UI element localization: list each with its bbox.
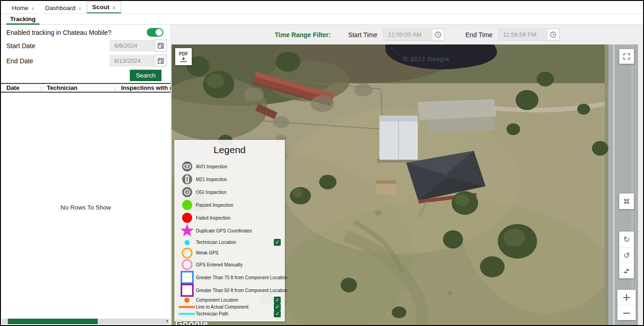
search-button[interactable]: Search — [130, 70, 161, 81]
tilt-view-button[interactable] — [619, 263, 634, 278]
zoom-in-button[interactable]: + — [617, 290, 636, 305]
zoom-out-button[interactable]: − — [617, 305, 636, 320]
legend-item-greater-than-50-ft-from-component-location: Greater Than 50 ft from Component Locati… — [174, 284, 285, 297]
legend-item-ogi-inspection: OGI Inspection — [174, 186, 285, 199]
subtab-bar: Tracking — [1, 14, 643, 25]
legend-items: AVO InspectionM21 InspectionOGI Inspecti… — [174, 160, 285, 317]
legend-item-label: Greater Than 75 ft from Component Locati… — [196, 275, 287, 280]
legend-item-label: Line to Actual Component — [196, 304, 249, 309]
map-area: Time Range Filter: Start Time End Time — [171, 25, 643, 325]
tab-home[interactable]: Homex — [6, 2, 40, 13]
legend-square-icon — [179, 271, 195, 284]
legend-ogi-icon — [179, 186, 195, 198]
legend-avo-icon — [179, 160, 195, 172]
legend-small-dot-icon — [179, 239, 195, 246]
legend-item-line-to-actual-component: Line to Actual Component✓ — [174, 304, 285, 310]
recenter-collapse-button[interactable] — [619, 193, 634, 209]
column-header-technician[interactable]: Technician — [41, 84, 115, 91]
legend-item-component-location: Component Location✓ — [174, 297, 285, 304]
tab-label: Scout — [92, 4, 110, 11]
legend-m21-icon — [179, 173, 195, 185]
tilt-icon — [622, 267, 631, 275]
tab-close-icon[interactable]: x — [79, 6, 82, 11]
tracking-enabled-row: Enabled tracking in Chateau Mobile? — [1, 25, 171, 38]
table-header: DateTechnicianInspections with no — [1, 83, 171, 93]
legend-item-label: M21 Inspection — [196, 177, 227, 182]
end-date-calendar-button[interactable] — [155, 55, 167, 67]
map-copyright-watermark: © 2023 Google — [403, 55, 450, 62]
legend-item-label: Passed Inspection — [196, 203, 233, 208]
column-header-date[interactable]: Date — [1, 84, 41, 91]
legend-title: Legend — [174, 143, 285, 160]
tab-close-icon[interactable]: x — [32, 6, 34, 11]
scrollbar-thumb[interactable] — [8, 319, 98, 324]
main-content: Enabled tracking in Chateau Mobile? Star… — [1, 25, 643, 325]
legend-item-label: Technician Location — [196, 240, 236, 245]
tab-dashboard[interactable]: Dashboardx — [40, 2, 87, 13]
legend-item-technician-location: Technician Location✓ — [174, 237, 285, 248]
map-canvas[interactable]: © 2023 Google PDF ↻ ↺ — [172, 44, 638, 325]
legend-circle-icon — [179, 199, 195, 210]
time-range-filter-label: Time Range Filter: — [275, 31, 331, 39]
table-body: No Rows To Show — [1, 93, 171, 325]
tab-scout[interactable]: Scoutx — [87, 1, 121, 13]
legend-item-failed-inspection: Failed Inspection — [174, 211, 285, 224]
collapse-arrows-icon — [622, 197, 631, 205]
end-date-row: End Date — [1, 53, 171, 68]
tab-bar: HomexDashboardxScoutx — [1, 1, 643, 14]
calendar-icon — [158, 57, 164, 64]
pdf-export-button[interactable]: PDF — [175, 48, 192, 65]
start-date-row: Start Date — [1, 38, 171, 53]
legend-item-label: Duplicate GPS Coordinates — [196, 228, 252, 233]
start-date-input[interactable] — [110, 40, 154, 51]
legend-checkbox-component-location[interactable]: ✓ — [274, 297, 281, 304]
legend-item-gps-entered-manually: GPS Entered Manually — [174, 258, 285, 271]
tab-tracking[interactable]: Tracking — [6, 14, 39, 25]
legend-star-icon — [179, 223, 195, 238]
legend-item-label: Greater Than 50 ft from Component Locati… — [196, 288, 287, 293]
legend-square-icon — [179, 283, 195, 297]
end-time-input[interactable] — [498, 28, 547, 41]
tab-label: Dashboard — [45, 5, 76, 11]
fullscreen-icon — [623, 53, 630, 60]
start-time-label: Start Time — [348, 31, 378, 39]
google-logo[interactable]: Google — [175, 319, 208, 325]
download-icon — [180, 57, 187, 62]
rotate-clockwise-button[interactable]: ↻ — [619, 232, 634, 247]
horizontal-scrollbar[interactable]: › — [2, 319, 170, 324]
legend-item-passed-inspection: Passed Inspection — [174, 199, 285, 211]
legend-item-label: Technician Path — [196, 311, 228, 316]
map-zoom-controls: + − — [617, 290, 636, 320]
legend-checkbox-line-to-actual-component[interactable]: ✓ — [274, 304, 281, 310]
end-time-clock-button[interactable] — [547, 28, 560, 41]
legend-item-label: OGI Inspection — [196, 190, 227, 195]
clock-icon — [550, 31, 556, 38]
start-date-label: Start Date — [6, 42, 110, 50]
fullscreen-button[interactable] — [619, 49, 634, 64]
pdf-label: PDF — [179, 51, 188, 56]
calendar-icon — [158, 42, 164, 49]
legend-item-label: Weak GPS — [196, 250, 218, 255]
start-date-calendar-button[interactable] — [155, 39, 167, 52]
scroll-right-arrow-icon[interactable]: › — [166, 318, 168, 324]
tab-label: Home — [12, 5, 28, 11]
column-header-inspections-with-no[interactable]: Inspections with no — [115, 84, 171, 91]
legend-item-label: GPS Entered Manually — [196, 262, 243, 267]
rotate-counterclockwise-button[interactable]: ↺ — [619, 247, 634, 263]
legend-checkbox-technician-path[interactable]: ✓ — [274, 310, 281, 317]
legend-item-m21-inspection: M21 Inspection — [174, 173, 285, 186]
legend-item-label: AVO Inspection — [196, 164, 228, 169]
start-time-clock-button[interactable] — [432, 28, 444, 41]
legend-circle-icon — [179, 212, 195, 223]
tracking-toggle[interactable] — [147, 28, 163, 37]
legend-line-icon — [179, 305, 195, 309]
empty-table-message: No Rows To Show — [1, 204, 171, 211]
end-time-label: End Time — [466, 31, 493, 39]
end-date-label: End Date — [6, 57, 110, 65]
tab-close-icon[interactable]: x — [113, 5, 116, 10]
end-date-input[interactable] — [110, 55, 154, 66]
start-time-input[interactable] — [383, 28, 432, 41]
legend-checkbox-technician-location[interactable]: ✓ — [274, 239, 281, 246]
toggle-knob — [155, 29, 162, 36]
legend-item-technician-path: Technician Path✓ — [174, 310, 285, 317]
